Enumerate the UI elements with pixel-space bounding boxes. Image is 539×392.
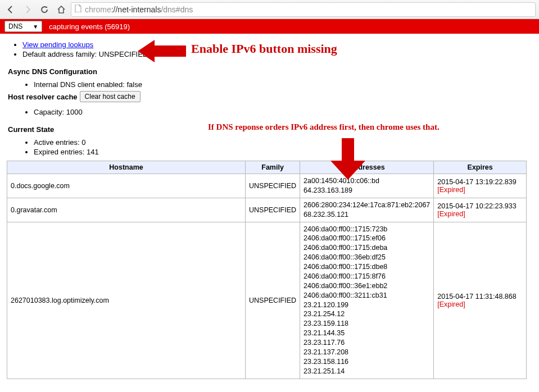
list-item: Active entries: 0 [34,138,531,147]
view-selector[interactable]: DNS ▼ [4,21,42,32]
view-pending-lookups-link[interactable]: View pending lookups [22,40,93,49]
home-button[interactable] [54,3,69,16]
cell-expires: 2015-04-17 11:31:48.868 [Expired] [434,222,527,379]
cell-hostname: 2627010383.log.optimizely.com [7,222,246,379]
annotation-arrow-left [138,37,186,67]
view-selector-value: DNS [8,22,22,30]
reload-button[interactable] [37,3,52,16]
url-host: ://net-internals [111,5,161,14]
cell-family: UNSPECIFIED [246,222,300,379]
col-expires: Expires [434,161,527,174]
capture-bar: DNS ▼ capturing events (56919) [0,19,539,34]
async-dns-list: Internal DNS client enabled: false [30,80,531,89]
col-hostname: Hostname [7,161,246,174]
svg-marker-1 [330,138,365,180]
default-family-label: Default address family: [22,50,99,58]
url-path: /dns#dns [161,5,193,14]
list-item: Expired entries: 141 [34,148,531,156]
content-area: Enable IPv6 button missing If DNS repons… [0,34,539,379]
annotation-title: Enable IPv6 button missing [191,42,337,56]
list-item: Internal DNS client enabled: false [34,80,531,89]
back-button[interactable] [3,3,18,16]
col-addresses: Addresses [300,161,434,174]
cell-hostname: 0.gravatar.com [7,198,246,222]
table-row: 2627010383.log.optimizely.comUNSPECIFIED… [7,222,527,379]
cell-addresses: 2606:2800:234:124e:17ca:871:eb2:2067 68.… [300,198,434,222]
forward-button[interactable] [20,3,35,16]
clear-host-cache-button[interactable]: Clear host cache [80,91,141,102]
annotation-arrow-down [330,138,365,181]
table-header-row: Hostname Family Addresses Expires [7,161,527,174]
current-state-list: Active entries: 0 Expired entries: 141 [30,138,531,156]
col-family: Family [246,161,300,174]
host-resolver-row: Host resolver cache Clear host cache [8,91,531,102]
chevron-down-icon: ▼ [33,24,38,30]
cell-expires: 2015-04-17 13:19:22.839 [Expired] [434,174,527,198]
cell-family: UNSPECIFIED [246,174,300,198]
svg-marker-0 [138,40,186,62]
async-dns-heading: Async DNS Configuration [8,67,531,76]
browser-toolbar: chrome ://net-internals /dns#dns [0,0,539,19]
table-row: 0.gravatar.comUNSPECIFIED2606:2800:234:1… [7,198,527,222]
capture-status: capturing events (56919) [49,22,130,31]
dns-cache-table: Hostname Family Addresses Expires 0.docs… [7,161,527,379]
url-bar[interactable]: chrome ://net-internals /dns#dns [71,2,536,17]
table-row: 0.docs.google.comUNSPECIFIED2a00:1450:40… [7,174,527,198]
host-resolver-label: Host resolver cache [8,93,78,101]
annotation-note: If DNS reponse orders IPv6 address first… [208,122,440,132]
cell-addresses: 2406:da00:ff00::1715:723b 2406:da00:ff00… [300,222,434,379]
list-item: Capacity: 1000 [34,108,531,116]
cell-family: UNSPECIFIED [246,198,300,222]
host-resolver-list: Capacity: 1000 [30,108,531,116]
page-icon [75,4,81,14]
cell-addresses: 2a00:1450:4010:c06::bd 64.233.163.189 [300,174,434,198]
url-protocol: chrome [85,5,111,14]
cell-hostname: 0.docs.google.com [7,174,246,198]
cell-expires: 2015-04-17 10:22:23.933 [Expired] [434,198,527,222]
